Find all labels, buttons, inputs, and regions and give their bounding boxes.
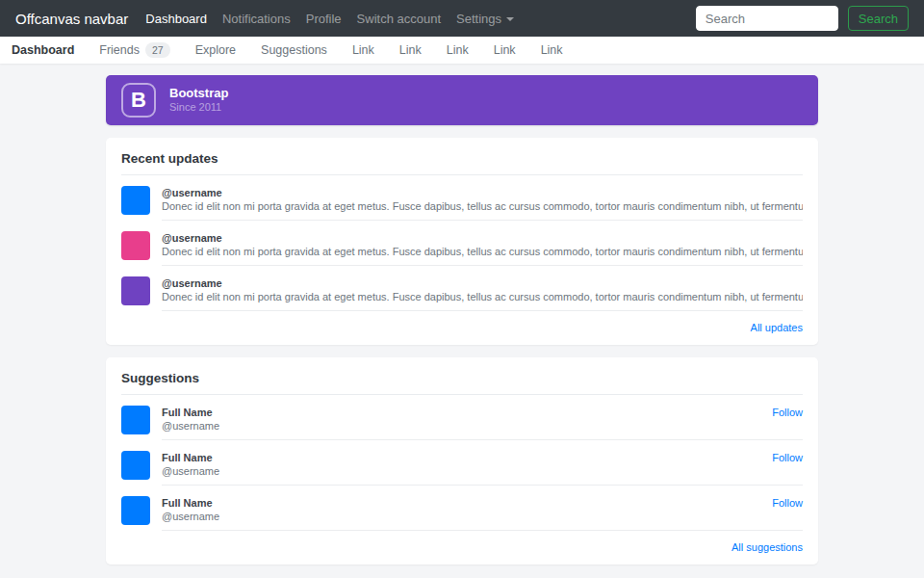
nav-item-notifications[interactable]: Notifications (215, 12, 298, 26)
update-text: Donec id elit non mi porta gravida at eg… (162, 200, 803, 212)
navbar-search-form: Search (696, 6, 909, 31)
subnav-item-dashboard[interactable]: Dashboard (12, 43, 87, 57)
all-suggestions-link[interactable]: All suggestions (121, 541, 803, 553)
update-item: @username Donec id elit non mi porta gra… (121, 175, 803, 221)
follow-button[interactable]: Follow (772, 407, 803, 418)
banner-subtitle: Since 2011 (169, 101, 228, 115)
secondary-navbar: Dashboard Friends27 Explore Suggestions … (0, 37, 924, 64)
suggestion-person: Full Name @username (162, 497, 772, 522)
recent-updates-title: Recent updates (121, 151, 803, 175)
subnav-item-link-5[interactable]: Link (528, 43, 576, 57)
suggestion-body: Full Name @username Follow (162, 403, 803, 440)
caret-down-icon (506, 17, 514, 21)
avatar (121, 451, 150, 480)
subnav-item-friends[interactable]: Friends27 (87, 42, 182, 58)
avatar (121, 231, 150, 260)
suggestions-card: Suggestions Full Name @username Follow F… (106, 357, 818, 565)
nav-item-dashboard[interactable]: Dashboard (138, 12, 215, 26)
suggestion-username: @username (162, 465, 772, 477)
friends-count-badge: 27 (145, 42, 170, 58)
subnav-item-suggestions[interactable]: Suggestions (248, 43, 340, 57)
suggestion-item: Full Name @username Follow (121, 395, 803, 440)
friends-label: Friends (99, 43, 140, 57)
update-body: @username Donec id elit non mi porta gra… (162, 183, 803, 221)
main-content: B Bootstrap Since 2011 Recent updates @u… (106, 75, 818, 565)
update-text: Donec id elit non mi porta gravida at eg… (162, 291, 803, 302)
subnav-item-link-2[interactable]: Link (387, 43, 434, 57)
all-updates-link[interactable]: All updates (121, 322, 803, 333)
nav-settings-label: Settings (456, 12, 501, 26)
update-body: @username Donec id elit non mi porta gra… (162, 274, 803, 311)
suggestion-body: Full Name @username Follow (162, 448, 803, 486)
nav-item-switch-account[interactable]: Switch account (349, 12, 449, 26)
avatar (121, 496, 150, 525)
search-input[interactable] (696, 6, 838, 31)
suggestion-name: Full Name (162, 407, 772, 418)
navbar-nav: Dashboard Notifications Profile Switch a… (138, 12, 522, 26)
nav-item-settings[interactable]: Settings (449, 12, 522, 26)
follow-button[interactable]: Follow (772, 497, 803, 509)
top-navbar: Offcanvas navbar Dashboard Notifications… (0, 0, 924, 37)
banner-text: Bootstrap Since 2011 (169, 86, 228, 115)
suggestion-item: Full Name @username Follow (121, 486, 803, 531)
suggestion-person: Full Name @username (162, 407, 772, 432)
navbar-brand[interactable]: Offcanvas navbar (15, 11, 128, 27)
search-button[interactable]: Search (848, 6, 909, 31)
avatar (121, 186, 150, 215)
update-username: @username (162, 187, 803, 198)
update-body: @username Donec id elit non mi porta gra… (162, 228, 803, 266)
suggestion-person: Full Name @username (162, 452, 772, 477)
subnav-item-link-1[interactable]: Link (340, 43, 387, 57)
subnav-item-link-3[interactable]: Link (434, 43, 481, 57)
bootstrap-banner: B Bootstrap Since 2011 (106, 75, 818, 125)
banner-title: Bootstrap (169, 86, 228, 101)
update-item: @username Donec id elit non mi porta gra… (121, 221, 803, 266)
update-item: @username Donec id elit non mi porta gra… (121, 266, 803, 311)
suggestion-name: Full Name (162, 497, 772, 509)
recent-updates-card: Recent updates @username Donec id elit n… (106, 138, 818, 345)
update-username: @username (162, 232, 803, 244)
bootstrap-logo-icon: B (121, 83, 156, 118)
follow-button[interactable]: Follow (772, 452, 803, 463)
suggestions-title: Suggestions (121, 371, 803, 395)
suggestion-username: @username (162, 511, 772, 522)
suggestion-body: Full Name @username Follow (162, 493, 803, 531)
subnav-item-link-4[interactable]: Link (481, 43, 528, 57)
nav-item-profile[interactable]: Profile (298, 12, 349, 26)
update-text: Donec id elit non mi porta gravida at eg… (162, 246, 803, 257)
suggestion-name: Full Name (162, 452, 772, 463)
avatar (121, 406, 150, 434)
suggestion-item: Full Name @username Follow (121, 440, 803, 486)
suggestion-username: @username (162, 420, 772, 432)
subnav-item-explore[interactable]: Explore (183, 43, 248, 57)
update-username: @username (162, 277, 803, 289)
avatar (121, 276, 150, 305)
